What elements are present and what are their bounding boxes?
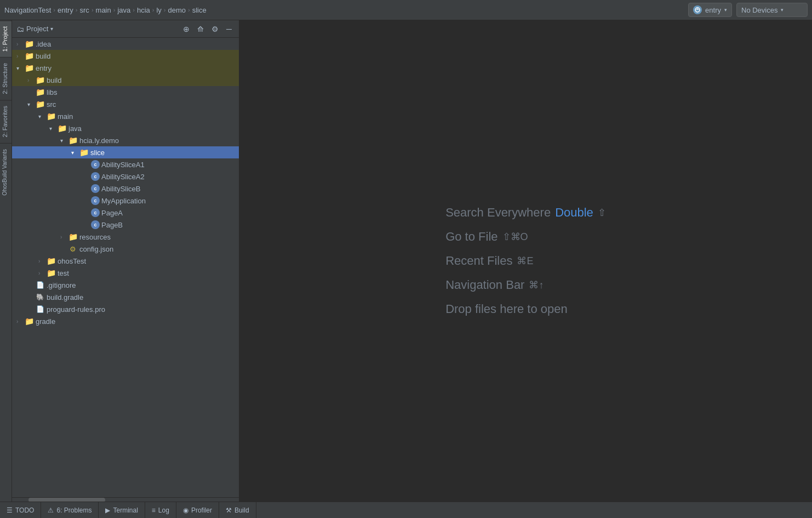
tree-item-gitignore[interactable]: 📄 .gitignore	[12, 279, 239, 291]
breadcrumb-hcia[interactable]: hcia	[137, 6, 150, 14]
editor-hints: Search Everywhere Double ⇧ Go to File ⇧⌘…	[434, 195, 617, 327]
editor-area: Search Everywhere Double ⇧ Go to File ⇧⌘…	[239, 20, 812, 502]
collapse-all-button[interactable]: ⟰	[195, 24, 206, 35]
topbar-right: entry ▾ No Devices ▾	[688, 3, 808, 17]
hint-recent-files-kbd: ⌘E	[517, 255, 533, 267]
file-icon-config: ⚙	[68, 244, 78, 253]
tree-item-build-root[interactable]: › 📁 build	[12, 50, 239, 62]
sidebar-scrollbar-h[interactable]	[12, 497, 239, 502]
folder-icon-test: 📁	[46, 269, 56, 277]
folder-icon-entry-main: 📁	[46, 112, 56, 121]
terminal-icon: ▶	[105, 506, 110, 514]
tree-item-pageA[interactable]: c PageA	[12, 207, 239, 219]
tab-problems[interactable]: ⚠ 6: Problems	[41, 502, 99, 519]
close-sidebar-button[interactable]: ─	[224, 24, 235, 35]
locate-file-button[interactable]: ⊕	[181, 24, 192, 35]
label-resources: resources	[79, 233, 111, 241]
entry-label: entry	[705, 6, 721, 14]
folder-icon-gradle: 📁	[24, 317, 34, 326]
build-icon: ⚒	[226, 506, 232, 514]
problems-label: 6: Problems	[56, 506, 92, 514]
sidebar-header: 🗂 Project ▾ ⊕ ⟰ ⚙ ─	[12, 20, 239, 38]
class-icon-abilityB: c	[91, 184, 100, 193]
tree-item-entry-libs[interactable]: 📁 libs	[12, 86, 239, 98]
breadcrumb-java[interactable]: java	[117, 6, 130, 14]
tree-item-entry-hcia[interactable]: ▾ 📁 hcia.ly.demo	[12, 134, 239, 146]
breadcrumb-demo[interactable]: demo	[168, 6, 186, 14]
tree-item-abilityA1[interactable]: c AbilitySliceA1	[12, 158, 239, 170]
label-entry-hcia: hcia.ly.demo	[79, 136, 119, 145]
tree-item-entry-build[interactable]: › 📁 build	[12, 74, 239, 86]
tree-item-config-json[interactable]: ⚙ config.json	[12, 243, 239, 255]
tab-terminal[interactable]: ▶ Terminal	[99, 502, 145, 519]
breadcrumb-project[interactable]: NavigationTest	[4, 6, 51, 14]
profiler-label: Profiler	[191, 506, 212, 514]
sidebar-item-ohosbuild[interactable]: OhosBuild Variants	[0, 143, 12, 201]
settings-button[interactable]: ⚙	[209, 24, 220, 35]
profiler-icon: ◉	[183, 506, 188, 514]
breadcrumb-src[interactable]: src	[80, 6, 89, 14]
label-entry-java: java	[68, 124, 82, 133]
tab-profiler[interactable]: ◉ Profiler	[176, 502, 219, 519]
tree-item-build-gradle[interactable]: 🐘 build.gradle	[12, 291, 239, 303]
folder-icon-ohosTest: 📁	[46, 257, 56, 265]
tree-item-entry[interactable]: ▾ 📁 entry	[12, 62, 239, 74]
tree-item-entry-slice[interactable]: ▾ 📁 slice	[12, 146, 239, 158]
arrow-ohosTest: ›	[38, 258, 46, 264]
class-icon-myapplication: c	[91, 196, 100, 205]
label-abilityB: AbilitySliceB	[101, 185, 141, 193]
no-devices-label: No Devices	[741, 6, 777, 14]
breadcrumb-main[interactable]: main	[96, 6, 111, 14]
no-devices-button[interactable]: No Devices ▾	[736, 3, 808, 17]
tree-item-pageB[interactable]: c PageB	[12, 219, 239, 231]
hint-nav-bar: Navigation Bar ⌘↑	[445, 278, 606, 292]
tree-item-abilityB[interactable]: c AbilitySliceB	[12, 183, 239, 195]
tab-log[interactable]: ≡ Log	[145, 502, 176, 519]
tab-todo[interactable]: ☰ TODO	[0, 502, 41, 519]
arrow-idea: ›	[16, 41, 24, 47]
label-abilityA2: AbilitySliceA2	[101, 173, 145, 181]
breadcrumb-entry[interactable]: entry	[58, 6, 73, 14]
folder-icon-entry: 📁	[24, 64, 34, 72]
arrow-resources: ›	[60, 234, 68, 240]
tree-item-myapplication[interactable]: c MyApplication	[12, 195, 239, 207]
tree-item-proguard[interactable]: 📄 proguard-rules.pro	[12, 303, 239, 315]
tree-item-test[interactable]: › 📁 test	[12, 267, 239, 279]
tree-item-abilityA2[interactable]: c AbilitySliceA2	[12, 170, 239, 183]
breadcrumb-ly[interactable]: ly	[156, 6, 161, 14]
hint-goto-file-label: Go to File	[445, 230, 498, 244]
sidebar-item-structure[interactable]: 2: Structure	[0, 57, 12, 100]
sidebar-content[interactable]: › 📁 .idea › 📁 build ▾ 📁 entry › 📁 build	[12, 38, 239, 497]
sidebar-item-project[interactable]: 1: Project	[0, 20, 12, 57]
bottombar: ☰ TODO ⚠ 6: Problems ▶ Terminal ≡ Log ◉ …	[0, 502, 812, 518]
build-label: Build	[235, 506, 249, 514]
label-build-gradle: build.gradle	[47, 293, 83, 301]
entry-button[interactable]: entry ▾	[688, 3, 732, 17]
breadcrumb-slice[interactable]: slice	[192, 6, 207, 14]
tree-item-gradle[interactable]: › 📁 gradle	[12, 315, 239, 327]
arrow-entry-java: ▾	[49, 126, 57, 132]
label-entry: entry	[36, 64, 52, 72]
main-area: 1: Project 2: Structure 2: Favorites Oho…	[0, 20, 812, 502]
label-build-root: build	[36, 52, 50, 60]
class-icon-pageB: c	[91, 220, 100, 229]
class-icon-abilityA2: c	[91, 172, 100, 181]
tree-item-entry-main[interactable]: ▾ 📁 main	[12, 110, 239, 122]
label-config-json: config.json	[79, 245, 113, 253]
tree-item-entry-java[interactable]: ▾ 📁 java	[12, 122, 239, 134]
tree-item-idea[interactable]: › 📁 .idea	[12, 38, 239, 50]
label-gitignore: .gitignore	[47, 281, 76, 289]
folder-icon-build-root: 📁	[24, 52, 34, 60]
project-dropdown-icon[interactable]: ▾	[50, 26, 53, 32]
label-proguard: proguard-rules.pro	[47, 305, 105, 314]
tree-item-resources[interactable]: › 📁 resources	[12, 231, 239, 243]
tab-build[interactable]: ⚒ Build	[219, 502, 256, 519]
tree-item-ohosTest[interactable]: › 📁 ohosTest	[12, 255, 239, 267]
hint-recent-files-label: Recent Files	[445, 254, 512, 268]
hint-nav-bar-kbd: ⌘↑	[529, 279, 544, 291]
sidebar-item-favorites[interactable]: 2: Favorites	[0, 100, 12, 143]
tree-item-entry-src[interactable]: ▾ 📁 src	[12, 98, 239, 110]
class-icon-pageA: c	[91, 208, 100, 217]
terminal-label: Terminal	[113, 506, 138, 514]
arrow-entry-main: ▾	[38, 113, 46, 119]
